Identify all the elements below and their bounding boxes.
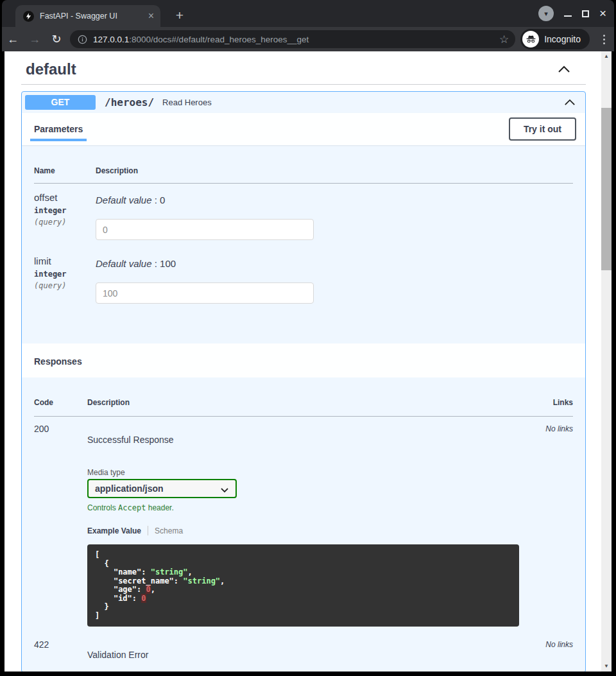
browser-window: FastAPI - Swagger UI × + ▾ × ← → ↻ 127.0… [0, 0, 616, 676]
swagger-page: default GET /heroes/ Read Heroes Paramet… [21, 51, 586, 672]
media-type-value: application/json [95, 483, 164, 494]
forward-icon[interactable]: → [24, 33, 46, 46]
window-close-icon[interactable]: × [599, 8, 606, 19]
media-type-block: Media type application/json Controls Acc… [87, 468, 537, 512]
tab-title: FastAPI - Swagger UI [40, 12, 144, 21]
scrollbar-down-icon[interactable]: ▼ [601, 661, 612, 672]
url-host: 127.0.0.1 [93, 35, 129, 44]
incognito-icon [522, 31, 539, 48]
column-header-links: Links [537, 398, 573, 417]
site-info-icon[interactable] [78, 35, 87, 44]
fastapi-favicon-icon [23, 11, 34, 22]
chevron-down-icon [220, 484, 229, 496]
parameter-row-limit: limit integer (query) Default value : 10… [34, 240, 573, 304]
new-tab-button[interactable]: + [171, 7, 189, 25]
param-offset-input[interactable] [96, 219, 314, 240]
tab-example-value[interactable]: Example Value [87, 526, 141, 535]
response-code: 200 [34, 417, 87, 627]
page-viewport: ▲ ▼ default GET /heroes/ Read Heroes [4, 51, 612, 672]
minimize-icon[interactable] [564, 15, 572, 17]
parameters-header: Parameters Try it out [22, 113, 585, 145]
url-text[interactable]: 127.0.0.1:8000/docs#/default/read_heroes… [93, 35, 494, 44]
collapse-operation-icon[interactable] [564, 99, 576, 106]
browser-toolbar: ← → ↻ 127.0.0.1:8000/docs#/default/read_… [2, 27, 614, 51]
parameters-table-area: Name Description offset integer (query) [22, 145, 585, 343]
media-type-label: Media type [87, 468, 537, 477]
responses-title: Responses [34, 356, 82, 367]
response-code: 422 [34, 627, 87, 660]
tab-close-icon[interactable]: × [148, 11, 154, 21]
model-example-tabs: Example Value Schema [87, 526, 537, 535]
tab-schema[interactable]: Schema [155, 526, 183, 535]
browser-tab[interactable]: FastAPI - Swagger UI × [15, 5, 160, 27]
param-type: integer [34, 270, 96, 279]
try-it-out-button[interactable]: Try it out [509, 117, 576, 141]
incognito-label: Incognito [544, 34, 581, 44]
response-description: Validation Error [87, 639, 537, 660]
tab-strip: FastAPI - Swagger UI × + ▾ × [2, 0, 614, 27]
response-row-200: 200 Successful Response Media type appli… [34, 417, 573, 627]
column-header-code: Code [34, 398, 87, 417]
column-header-description: Description [96, 166, 573, 184]
media-type-select[interactable]: application/json [87, 479, 237, 498]
tag-title: default [26, 60, 76, 78]
back-icon[interactable]: ← [2, 33, 24, 46]
column-header-description: Description [87, 398, 537, 417]
scrollbar-up-icon[interactable]: ▲ [601, 51, 612, 62]
http-method-badge: GET [25, 95, 96, 110]
endpoint-summary: Read Heroes [162, 98, 212, 107]
browser-menu-icon[interactable] [596, 35, 612, 44]
param-limit-input[interactable] [96, 282, 314, 304]
tab-parameters: Parameters [34, 124, 83, 134]
bookmark-star-icon[interactable]: ☆ [499, 33, 509, 46]
tab-separator [148, 526, 148, 535]
vertical-scrollbar[interactable]: ▲ ▼ [601, 51, 612, 672]
operation-summary[interactable]: GET /heroes/ Read Heroes [22, 92, 585, 113]
responses-header: Responses [22, 343, 585, 377]
param-name: offset [34, 192, 96, 203]
param-name: limit [34, 256, 96, 266]
media-type-hint: Controls Accept header. [87, 503, 537, 512]
chrome-caret-button[interactable]: ▾ [538, 6, 554, 21]
incognito-badge: Incognito [520, 29, 590, 49]
column-header-name: Name [34, 166, 96, 184]
param-location: (query) [34, 218, 96, 227]
response-row-422: 422 Validation Error No links [34, 627, 573, 660]
param-type: integer [34, 206, 96, 215]
reload-icon[interactable]: ↻ [46, 32, 67, 46]
url-path: :8000/docs#/default/read_heroes_heroes__… [129, 35, 309, 44]
response-description: Successful Response [87, 417, 537, 445]
collapse-section-icon[interactable] [558, 65, 570, 73]
response-links: No links [537, 627, 573, 660]
example-code-block: [ { "name": "string", "secret_name": "st… [87, 544, 519, 627]
response-links: No links [537, 417, 573, 627]
maximize-icon[interactable] [582, 10, 589, 17]
endpoint-path: /heroes/ [105, 96, 154, 108]
scrollbar-thumb[interactable] [601, 108, 612, 270]
param-default: Default value : 100 [96, 258, 573, 269]
param-default: Default value : 0 [96, 195, 573, 205]
parameter-row-offset: offset integer (query) Default value : 0 [34, 184, 573, 241]
responses-table-area: Code Description Links 200 Successful Re… [22, 377, 585, 660]
tag-section-header[interactable]: default [21, 51, 586, 85]
operation-block: GET /heroes/ Read Heroes Parameters Try … [21, 91, 586, 672]
param-location: (query) [34, 281, 96, 290]
address-bar[interactable]: 127.0.0.1:8000/docs#/default/read_heroes… [70, 30, 515, 48]
